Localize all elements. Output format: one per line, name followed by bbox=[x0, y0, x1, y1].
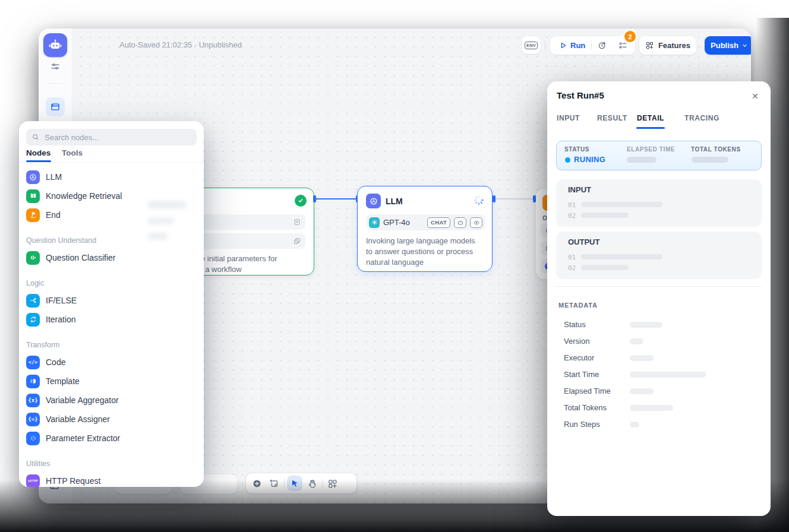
tab-result[interactable]: RESULT bbox=[597, 114, 627, 122]
metadata-skeleton bbox=[630, 388, 654, 394]
node-item-variable-assigner[interactable]: {=} Variable Assigner bbox=[26, 410, 197, 429]
line-number: 02 bbox=[568, 212, 576, 220]
play-icon bbox=[558, 41, 567, 50]
node-item-parameter-extractor[interactable]: Parameter Extractor bbox=[26, 429, 197, 448]
node-item-knowledge-retrieval[interactable]: Knowledge Retrieval bbox=[26, 186, 197, 205]
metadata-label: Version bbox=[564, 337, 589, 346]
screenshot-stage: Auto-Saved 21:02:35 · Unpublished ENV Ru… bbox=[0, 0, 789, 532]
skeleton-line bbox=[581, 254, 662, 259]
metadata-list: Status Version Executor Start Time Elaps… bbox=[547, 316, 771, 433]
llm-icon bbox=[26, 170, 40, 184]
line-number: 01 bbox=[568, 201, 576, 209]
code-icon: </> bbox=[26, 356, 40, 369]
features-label: Features bbox=[658, 41, 690, 50]
node-item-if-else[interactable]: IF/ELSE bbox=[26, 291, 197, 310]
total-tokens-label: TOTAL TOKENS bbox=[691, 146, 741, 153]
checklist-badge: 2 bbox=[624, 31, 636, 42]
tab-nodes[interactable]: Nodes bbox=[26, 148, 51, 157]
parameter-extractor-icon bbox=[26, 432, 40, 445]
run-panel-title: Test Run#5 bbox=[557, 90, 604, 100]
metadata-row: Executor bbox=[547, 350, 771, 366]
iteration-icon bbox=[26, 313, 40, 327]
close-icon[interactable]: ✕ bbox=[749, 90, 761, 102]
metadata-label: Elapsed Time bbox=[564, 387, 611, 395]
run-label: Run bbox=[570, 41, 585, 50]
node-picker-panel: Nodes Tools LLM Knowledge Retrieval End … bbox=[19, 121, 204, 487]
skeleton-line bbox=[581, 213, 629, 218]
knowledge-icon bbox=[26, 189, 40, 203]
status-value: RUNING bbox=[574, 155, 605, 164]
search-input[interactable] bbox=[43, 132, 182, 142]
toolbar-divider bbox=[545, 40, 545, 50]
tab-tools[interactable]: Tools bbox=[62, 148, 83, 157]
paragraph-field-icon bbox=[293, 218, 301, 226]
copy-field-icon bbox=[293, 237, 301, 245]
llm-node-title: LLM bbox=[386, 197, 403, 206]
gpt4o-model-icon bbox=[369, 217, 380, 228]
node-item-template[interactable]: Template bbox=[26, 372, 197, 391]
skeleton-line bbox=[581, 265, 629, 270]
sidebar-divider bbox=[48, 83, 62, 84]
status-card: STATUS ELAPSED TIME TOTAL TOKENS RUNING bbox=[556, 141, 762, 170]
llm-node[interactable]: LLM GPT-4o CHAT bbox=[357, 186, 493, 272]
metadata-label: Executor bbox=[564, 353, 594, 362]
metadata-row: Elapsed Time bbox=[547, 383, 771, 400]
node-item-llm[interactable]: LLM bbox=[26, 167, 197, 186]
skeleton-line bbox=[581, 202, 662, 207]
publish-button[interactable]: Publish bbox=[705, 36, 751, 55]
llm-model-selector[interactable]: GPT-4o CHAT bbox=[366, 214, 485, 230]
line-number: 02 bbox=[568, 264, 576, 272]
metadata-title: METADATA bbox=[558, 302, 598, 309]
node-item-variable-aggregator[interactable]: {x} Variable Aggregator bbox=[26, 391, 197, 410]
node-item-end[interactable]: End bbox=[26, 205, 197, 224]
metadata-skeleton bbox=[630, 372, 706, 378]
node-list: LLM Knowledge Retrieval End Question Und… bbox=[26, 167, 197, 487]
metadata-row: Start Time bbox=[547, 366, 771, 383]
tabs-divider bbox=[19, 162, 204, 163]
robot-capability-icon bbox=[454, 217, 466, 228]
variable-aggregator-icon: {x} bbox=[26, 394, 40, 407]
variable-assigner-icon: {=} bbox=[26, 413, 40, 426]
metadata-label: Status bbox=[564, 320, 586, 329]
edge-handle[interactable] bbox=[493, 195, 496, 202]
node-item-code[interactable]: </> Code bbox=[26, 353, 197, 372]
spinner-icon bbox=[474, 195, 484, 205]
chat-mode-label: CHAT bbox=[431, 219, 447, 226]
node-search bbox=[26, 129, 197, 145]
tab-tracing[interactable]: TRACING bbox=[684, 114, 719, 122]
node-item-question-classifier[interactable]: Question Classifier bbox=[26, 248, 197, 267]
env-icon: ENV bbox=[525, 42, 538, 49]
tab-input[interactable]: INPUT bbox=[557, 114, 580, 122]
output-card: OUTPUT 01 02 bbox=[556, 232, 762, 279]
if-else-icon bbox=[26, 294, 40, 308]
question-classifier-icon bbox=[26, 251, 40, 265]
tab-detail[interactable]: DETAIL bbox=[637, 114, 664, 122]
run-button[interactable]: Run bbox=[550, 41, 591, 50]
features-button[interactable]: Features bbox=[639, 36, 696, 55]
edge-handle[interactable] bbox=[313, 195, 316, 202]
preview-panel-icon[interactable] bbox=[46, 97, 65, 116]
test-run-panel: Test Run#5 ✕ INPUT RESULT DETAIL TRACING… bbox=[547, 81, 771, 516]
run-history-icon[interactable] bbox=[592, 40, 613, 50]
success-check-icon bbox=[295, 195, 307, 207]
node-item-http-request[interactable]: HTTP HTTP Request bbox=[26, 471, 197, 487]
app-logo-robot-icon[interactable] bbox=[43, 33, 67, 57]
running-status-dot bbox=[565, 157, 570, 163]
end-icon bbox=[26, 208, 40, 222]
metadata-row: Total Tokens bbox=[547, 400, 771, 416]
env-button[interactable]: ENV bbox=[522, 36, 541, 54]
checklist-badge-count: 2 bbox=[628, 33, 632, 40]
section-transform: Transform bbox=[26, 331, 197, 353]
metadata-divider bbox=[556, 286, 762, 287]
node-item-iteration[interactable]: Iteration bbox=[26, 310, 197, 329]
features-icon bbox=[645, 41, 654, 50]
llm-node-description: Invoking large language models to answer… bbox=[366, 236, 484, 268]
status-label: STATUS bbox=[564, 146, 589, 153]
metadata-skeleton bbox=[630, 422, 639, 428]
tab-active-underline bbox=[636, 127, 665, 129]
metadata-skeleton bbox=[630, 355, 654, 361]
template-icon bbox=[26, 375, 40, 388]
metadata-skeleton bbox=[630, 338, 643, 344]
chevron-down-icon bbox=[741, 42, 748, 49]
tuning-sliders-icon[interactable] bbox=[50, 61, 61, 72]
